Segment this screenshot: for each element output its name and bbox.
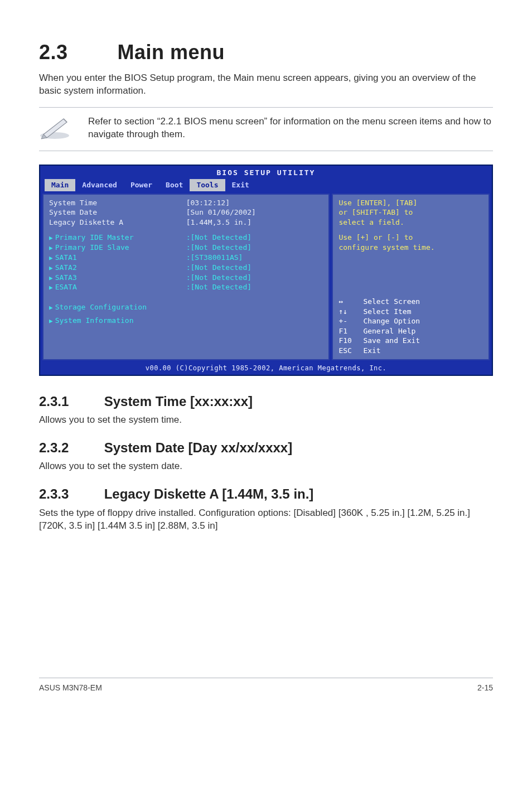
hotkey-row: ESCExit (338, 346, 483, 356)
label: Storage Configuration (49, 302, 323, 312)
hotkey-text: Select Item (363, 307, 411, 317)
label: Primary IDE Master (49, 233, 186, 243)
footer-right: 2-15 (477, 683, 493, 693)
hotkey-row: ↔Select Screen (338, 297, 483, 307)
value: :[Not Detected] (186, 263, 323, 273)
page-footer: ASUS M3N78-EM 2-15 (39, 678, 493, 693)
field-system-time[interactable]: System Time [03:12:12] (49, 198, 323, 208)
label: SATA2 (49, 263, 186, 273)
tab-exit[interactable]: Exit (225, 179, 256, 191)
note-text: Refer to section “2.2.1 BIOS menu screen… (88, 113, 493, 141)
subsection-body: Allows you to set the system date. (39, 460, 493, 473)
hotkey-key: F1 (338, 326, 363, 336)
hotkey-row: ↑↓Select Item (338, 307, 483, 317)
hotkey-key: +- (338, 316, 363, 326)
dev-esata[interactable]: ESATA :[Not Detected] (49, 282, 323, 292)
subsection-body: Allows you to set the system time. (39, 414, 493, 427)
tab-boot[interactable]: Boot (159, 179, 190, 191)
hotkey-text: Change Option (363, 316, 420, 326)
subsection-number: 2.3.3 (39, 485, 100, 503)
footer-left: ASUS M3N78-EM (39, 683, 102, 693)
subsection-heading: 2.3.2 System Date [Day xx/xx/xxxx] (39, 439, 493, 457)
dev-primary-ide-master[interactable]: Primary IDE Master :[Not Detected] (49, 233, 323, 243)
subsection-heading: 2.3.1 System Time [xx:xx:xx] (39, 393, 493, 410)
subsection-number: 2.3.1 (39, 393, 100, 410)
subsection-heading: 2.3.3 Legacy Diskette A [1.44M, 3.5 in.] (39, 485, 493, 503)
value: :[ST380011AS] (186, 253, 323, 263)
bios-left-panel: System Time [03:12:12] System Date [Sun … (42, 194, 330, 360)
intro-paragraph: When you enter the BIOS Setup program, t… (39, 72, 493, 98)
label: Primary IDE Slave (49, 243, 186, 253)
label: System Date (49, 207, 186, 218)
hotkey-text: Exit (363, 346, 380, 356)
section-number: 2.3 (39, 39, 112, 66)
hotkey-row: F1General Help (338, 326, 483, 336)
hotkey-list: ↔Select Screen ↑↓Select Item +-Change Op… (338, 297, 483, 355)
bios-help-panel: Use [ENTER], [TAB] or [SHIFT-TAB] to sel… (332, 194, 490, 360)
hotkey-text: Select Screen (363, 297, 420, 307)
value: [1.44M,3.5 in.] (186, 218, 323, 228)
dev-sata2[interactable]: SATA2 :[Not Detected] (49, 263, 323, 273)
subsection-title: System Time [xx:xx:xx] (104, 394, 253, 409)
subsection-title: Legacy Diskette A [1.44M, 3.5 in.] (104, 486, 314, 501)
value: :[Not Detected] (186, 282, 323, 292)
label: System Information (49, 316, 323, 326)
value: :[Not Detected] (186, 233, 323, 243)
tab-main[interactable]: Main (45, 179, 75, 191)
menu-storage-config[interactable]: Storage Configuration (49, 302, 323, 312)
help-line: configure system time. (338, 243, 483, 253)
field-system-date[interactable]: System Date [Sun 01/06/2002] (49, 207, 323, 218)
hotkey-key: ESC (338, 346, 363, 356)
bios-tabs: Main Advanced Power Boot Tools Exit (40, 178, 492, 191)
hotkey-row: F10Save and Exit (338, 336, 483, 346)
hotkey-key: ↔ (338, 297, 363, 307)
bios-screen: BIOS SETUP UTILITY Main Advanced Power B… (39, 165, 493, 375)
label: Legacy Diskette A (49, 218, 186, 228)
pen-note-icon (39, 113, 72, 144)
label: ESATA (49, 282, 186, 292)
value: [03:12:12] (186, 198, 323, 208)
help-line: Use [ENTER], [TAB] (338, 198, 483, 208)
bios-footer: v00.00 (C)Copyright 1985-2002, American … (40, 363, 492, 375)
menu-system-information[interactable]: System Information (49, 316, 323, 326)
help-line: select a field. (338, 218, 483, 228)
subsection-number: 2.3.2 (39, 439, 100, 457)
dev-sata3[interactable]: SATA3 :[Not Detected] (49, 273, 323, 283)
tab-tools[interactable]: Tools (190, 179, 225, 191)
hotkey-key: ↑↓ (338, 307, 363, 317)
hotkey-text: General Help (363, 326, 415, 336)
subsection-body: Sets the type of floppy drive installed.… (39, 507, 493, 533)
value: [Sun 01/06/2002] (186, 207, 323, 218)
value: :[Not Detected] (186, 273, 323, 283)
bios-caption: BIOS SETUP UTILITY (40, 166, 492, 178)
subsection-title: System Date [Day xx/xx/xxxx] (104, 440, 293, 455)
dev-sata1[interactable]: SATA1 :[ST380011AS] (49, 253, 323, 263)
hotkey-row: +-Change Option (338, 316, 483, 326)
field-legacy-diskette[interactable]: Legacy Diskette A [1.44M,3.5 in.] (49, 218, 323, 228)
section-title: 2.3 Main menu (39, 39, 493, 66)
value: :[Not Detected] (186, 243, 323, 253)
tab-power[interactable]: Power (124, 179, 159, 191)
dev-primary-ide-slave[interactable]: Primary IDE Slave :[Not Detected] (49, 243, 323, 253)
section-title-text: Main menu (118, 41, 225, 64)
label: SATA3 (49, 273, 186, 283)
note-callout: Refer to section “2.2.1 BIOS menu screen… (39, 107, 493, 151)
hotkey-key: F10 (338, 336, 363, 346)
hotkey-text: Save and Exit (363, 336, 420, 346)
help-line: or [SHIFT-TAB] to (338, 207, 483, 218)
help-line: Use [+] or [-] to (338, 233, 483, 243)
label: System Time (49, 198, 186, 208)
tab-advanced[interactable]: Advanced (75, 179, 124, 191)
label: SATA1 (49, 253, 186, 263)
